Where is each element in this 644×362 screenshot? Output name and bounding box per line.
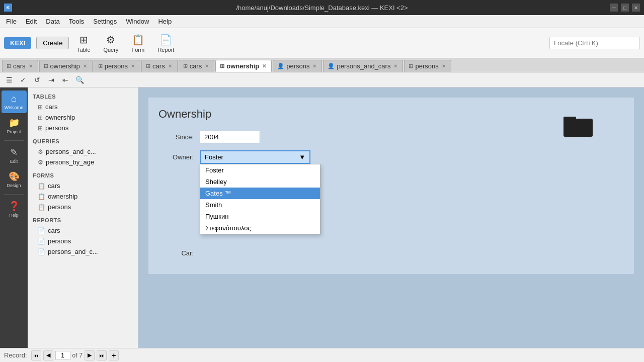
iconbar-edit[interactable]: ✎ Edit — [2, 144, 27, 167]
locate-input[interactable] — [549, 37, 640, 49]
iconbar-design[interactable]: 🎨 Design — [2, 168, 27, 191]
forms-header: FORMS — [28, 170, 138, 180]
next-record-button[interactable]: ▶ — [85, 350, 95, 360]
tab-cars-2[interactable]: ⊞ cars ✕ — [141, 60, 178, 72]
record-total: 7 — [79, 352, 83, 359]
sidebar-form-ownership[interactable]: 📋 ownership — [28, 191, 138, 202]
iconbar-help-label: Help — [9, 213, 19, 218]
tab-close-7[interactable]: ✕ — [311, 63, 317, 69]
iconbar-welcome[interactable]: ⌂ Welcome — [2, 90, 27, 113]
menu-settings[interactable]: Settings — [89, 16, 121, 27]
tab-close-8[interactable]: ✕ — [392, 63, 398, 69]
tab-persons-3[interactable]: ⊞ persons ✕ — [404, 60, 451, 72]
owner-dropdown-selected[interactable]: Foster ▼ — [200, 150, 310, 164]
sidebar-report-persons[interactable]: 📄 persons — [28, 236, 138, 246]
tab-label-2: ownership — [50, 62, 80, 70]
iconbar-help[interactable]: ❓ Help — [2, 198, 27, 221]
toolbar-report-button[interactable]: 📄 Report — [152, 32, 179, 55]
option-smith[interactable]: Smith — [200, 199, 320, 211]
tab-label-8: persons_and_cars — [337, 62, 390, 70]
option-shelley[interactable]: Shelley — [200, 176, 320, 188]
first-record-button[interactable]: ⏮ — [31, 350, 41, 360]
owner-selected-value: Foster — [205, 153, 223, 161]
sidebar-report-persons-label: persons — [48, 237, 71, 245]
toolbar-form-button[interactable]: 📋 Form — [125, 32, 150, 55]
sidebar-form-persons[interactable]: 📋 persons — [28, 202, 138, 212]
sidebar-table-persons[interactable]: ⊞ persons — [28, 123, 138, 133]
tab-close-5[interactable]: ✕ — [204, 63, 210, 69]
menu-tools[interactable]: Tools — [65, 16, 88, 27]
last-record-button[interactable]: ⏭ — [97, 350, 107, 360]
tab-persons-and-cars[interactable]: 👤 persons_and_cars ✕ — [323, 60, 403, 72]
sidebar-table-cars[interactable]: ⊞ cars — [28, 102, 138, 112]
since-input[interactable] — [200, 131, 260, 143]
menu-window[interactable]: Window — [122, 16, 153, 27]
tab-icon-3: ⊞ — [98, 63, 103, 69]
menu-file[interactable]: File — [2, 16, 21, 27]
tab-close-1[interactable]: ✕ — [28, 63, 34, 69]
toolbar-table-label: Table — [77, 47, 90, 53]
tab-close-6[interactable]: ✕ — [261, 63, 267, 69]
sidebar-report-persons-cars-label: persons_and_c... — [48, 248, 98, 255]
sidebar-query-persons-by-age[interactable]: ⚙ persons_by_age — [28, 157, 138, 167]
add-record-button[interactable]: + — [109, 350, 119, 360]
sidebar-form-cars-label: cars — [48, 182, 60, 190]
toolbar-query-label: Query — [103, 47, 118, 53]
sidebar-report-persons-cars[interactable]: 📄 persons_and_c... — [28, 246, 138, 257]
tabbar: ⊞ cars ✕ ⊞ ownership ✕ ⊞ persons ✕ ⊞ car… — [0, 58, 644, 72]
iconbar-project[interactable]: 📁 Project — [2, 114, 27, 137]
table-persons-icon: ⊞ — [38, 125, 43, 132]
iconbar-separator — [4, 140, 24, 141]
tab-close-9[interactable]: ✕ — [441, 63, 447, 69]
prev-record-button[interactable]: ◀ — [43, 350, 53, 360]
sidebar-report-cars[interactable]: 📄 cars — [28, 225, 138, 236]
option-gates[interactable]: Gates ™ — [200, 188, 320, 199]
create-button[interactable]: Create — [36, 37, 69, 49]
search-button[interactable]: 🔍 — [73, 74, 86, 86]
refresh-button[interactable]: ↺ — [31, 74, 43, 86]
table-cars-icon: ⊞ — [38, 104, 43, 111]
form-title: Ownership — [158, 108, 624, 121]
maximize-button[interactable]: □ — [621, 4, 629, 12]
tab-cars-1[interactable]: ⊞ cars ✕ — [2, 60, 38, 72]
menu-edit[interactable]: Edit — [22, 16, 41, 27]
record-number-input[interactable] — [55, 351, 70, 360]
indent-button[interactable]: ⇥ — [45, 74, 57, 86]
menu-data[interactable]: Data — [42, 16, 63, 27]
option-stefanopoulos[interactable]: Στεφανόπουλος — [200, 222, 320, 234]
outdent-button[interactable]: ⇤ — [59, 74, 71, 86]
toolbar-query-button[interactable]: ⚙ Query — [98, 32, 123, 55]
tab-label-7: persons — [286, 62, 309, 70]
option-foster[interactable]: Foster — [200, 164, 320, 176]
tab-persons-1[interactable]: ⊞ persons ✕ — [94, 60, 140, 72]
sidebar-query-persons-and-cars[interactable]: ⚙ persons_and_c... — [28, 146, 138, 157]
tab-ownership-1[interactable]: ⊞ ownership ✕ — [39, 60, 93, 72]
option-pushkin[interactable]: Пушкин — [200, 211, 320, 222]
kexi-button[interactable]: KEXI — [4, 37, 31, 49]
form-panel: Ownership Since: Owner: Foster ▼ — [148, 98, 634, 274]
toolbar-table-button[interactable]: ⊞ Table — [71, 32, 96, 55]
record-of-label: of — [72, 352, 77, 359]
since-row: Since: — [158, 131, 624, 143]
menu-help[interactable]: Help — [154, 16, 176, 27]
tab-cars-3[interactable]: ⊞ cars ✕ — [179, 60, 215, 72]
menubar: File Edit Data Tools Settings Window Hel… — [0, 15, 644, 28]
welcome-icon: ⌂ — [11, 94, 17, 104]
close-button[interactable]: ✕ — [632, 4, 640, 12]
sidebar-table-ownership[interactable]: ⊞ ownership — [28, 112, 138, 123]
tab-persons-2[interactable]: 👤 persons ✕ — [273, 60, 322, 72]
tables-header: TABLES — [28, 92, 138, 102]
iconbar-project-label: Project — [7, 129, 21, 134]
minimize-button[interactable]: ─ — [610, 4, 618, 12]
iconbar-separator-2 — [4, 194, 24, 195]
owner-dropdown[interactable]: Foster ▼ Foster Shelley Gates ™ Smith Пу… — [200, 150, 310, 164]
hamburger-button[interactable]: ☰ — [3, 74, 15, 86]
folder-icon — [564, 113, 594, 144]
check-button[interactable]: ✓ — [17, 74, 29, 86]
sidebar-form-persons-label: persons — [48, 203, 71, 211]
tab-close-4[interactable]: ✕ — [167, 63, 173, 69]
tab-close-3[interactable]: ✕ — [130, 63, 136, 69]
tab-close-2[interactable]: ✕ — [82, 63, 88, 69]
sidebar-form-cars[interactable]: 📋 cars — [28, 180, 138, 191]
tab-ownership-active[interactable]: ⊞ ownership ✕ — [215, 60, 272, 72]
